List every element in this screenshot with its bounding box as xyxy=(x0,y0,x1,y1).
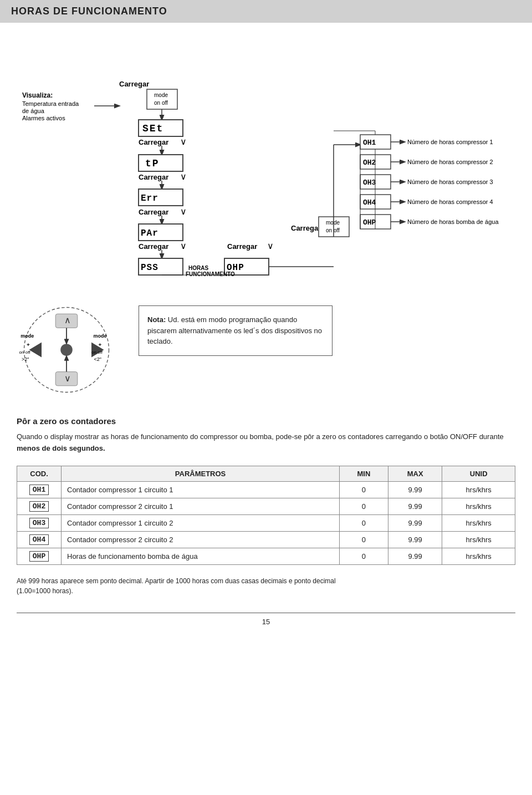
svg-text:OHP: OHP xyxy=(363,218,376,227)
svg-text:∧: ∧ xyxy=(64,315,71,325)
svg-text:∨: ∨ xyxy=(180,241,187,251)
table-cell-max: 9.99 xyxy=(388,548,442,564)
svg-text:mode: mode xyxy=(94,333,107,339)
page-footer: 15 xyxy=(17,613,515,630)
table-cell-unid: hrs/khrs xyxy=(442,548,515,564)
table-cell-unid: hrs/khrs xyxy=(442,481,515,498)
page-header: HORAS DE FUNCIONAMENTO xyxy=(0,0,532,23)
col-header-unid: UNID xyxy=(442,466,515,481)
svg-text:FUNCIONAMENTO: FUNCIONAMENTO xyxy=(186,271,235,277)
svg-text:Err: Err xyxy=(141,193,158,203)
svg-text:Número de horas bomba de água: Número de horas bomba de água xyxy=(407,218,499,225)
svg-text:Número de horas  compressor 3: Número de horas compressor 3 xyxy=(407,179,493,185)
table-cell-min: 0 xyxy=(340,514,388,531)
section-heading: Pôr a zero os contadores xyxy=(17,416,515,426)
svg-text:de água: de água xyxy=(22,108,45,114)
svg-text:HORAS: HORAS xyxy=(188,265,208,271)
body-text-bold: menos de dois segundos. xyxy=(17,444,105,452)
nota-text: Ud. está em modo programação quando pisc… xyxy=(147,315,322,345)
svg-text:Carregar: Carregar xyxy=(139,138,168,146)
svg-text:Carregar: Carregar xyxy=(139,208,168,216)
svg-text:∨: ∨ xyxy=(267,241,274,251)
table-row: OH1Contador compressor 1 circuito 109.99… xyxy=(17,481,515,498)
svg-text:∨: ∨ xyxy=(180,137,187,146)
table-header-row: COD. PARÂMETROS MIN MAX UNID xyxy=(17,466,515,481)
nota-box: Nota: Ud. está em modo programação quand… xyxy=(139,305,332,356)
svg-text:Número de horas  compressor 2: Número de horas compressor 2 xyxy=(407,159,493,165)
table-cell-param: Contador compressor 1 circuito 1 xyxy=(62,481,340,498)
svg-text:on off: on off xyxy=(19,350,31,355)
svg-text:+: + xyxy=(27,342,30,348)
table-cell-max: 9.99 xyxy=(388,514,442,531)
table-cell-param: Contador compressor 2 circuito 2 xyxy=(62,531,340,548)
page-number: 15 xyxy=(262,618,270,626)
col-header-params: PARÂMETROS xyxy=(62,466,340,481)
svg-text:∨: ∨ xyxy=(180,172,187,181)
table-cell-cod: OH2 xyxy=(17,498,62,514)
svg-text:OH4: OH4 xyxy=(363,198,376,207)
svg-text:>2": >2" xyxy=(22,356,29,362)
table-cell-param: Contador compressor 1 circuito 2 xyxy=(62,514,340,531)
svg-text:mode: mode xyxy=(154,92,168,98)
table-row: OH3Contador compressor 1 circuito 209.99… xyxy=(17,514,515,531)
table-cell-param: Contador compressor 2 circuito 1 xyxy=(62,498,340,514)
col-header-max: MAX xyxy=(388,466,442,481)
table-cell-max: 9.99 xyxy=(388,531,442,548)
table-cell-max: 9.99 xyxy=(388,498,442,514)
table-cell-min: 0 xyxy=(340,531,388,548)
svg-text:∨: ∨ xyxy=(180,207,187,216)
svg-text:<2": <2" xyxy=(94,356,101,362)
svg-text:Carregar: Carregar xyxy=(139,173,168,181)
table-row: OH4Contador compressor 2 circuito 209.99… xyxy=(17,531,515,548)
table-cell-cod: OHP xyxy=(17,548,62,564)
svg-text:on off: on off xyxy=(326,227,340,233)
table-cell-unid: hrs/khrs xyxy=(442,514,515,531)
svg-text:tP: tP xyxy=(145,158,160,169)
table-cell-min: 0 xyxy=(340,498,388,514)
col-header-cod: COD. xyxy=(17,466,62,481)
table-cell-cod: OH3 xyxy=(17,514,62,531)
page-title: HORAS DE FUNCIONAMENTO xyxy=(11,6,167,17)
footer-text-2: (1.00=1000 horas). xyxy=(17,586,515,596)
svg-text:Alarmes activos: Alarmes activos xyxy=(22,115,65,121)
svg-text:Carregar: Carregar xyxy=(139,242,168,251)
footer-text-1: Até 999 horas aparece sem ponto decimal.… xyxy=(17,576,515,586)
table-cell-cod: OH4 xyxy=(17,531,62,548)
svg-text:PSS: PSS xyxy=(141,263,158,273)
svg-text:OH1: OH1 xyxy=(363,139,376,147)
svg-text:∨: ∨ xyxy=(64,373,71,383)
table-row: OH2Contador compressor 2 circuito 109.99… xyxy=(17,498,515,514)
svg-text:OH2: OH2 xyxy=(363,159,376,167)
nav-circle-svg: ∧ ∨ mode + on off >2" mode + on off <2" xyxy=(17,300,116,400)
table-cell-unid: hrs/khrs xyxy=(442,531,515,548)
svg-text:PAr: PAr xyxy=(141,228,158,238)
svg-text:Carregar: Carregar xyxy=(227,242,257,251)
visualiza-label: Visualiza: xyxy=(22,91,53,99)
svg-text:+: + xyxy=(99,342,102,348)
svg-text:on off: on off xyxy=(91,350,103,355)
table-cell-min: 0 xyxy=(340,548,388,564)
flow-svg: Visualiza: Temperatura entrada de água A… xyxy=(17,34,515,278)
table-cell-max: 9.99 xyxy=(388,481,442,498)
svg-text:Número de horas  compressor 1: Número de horas compressor 1 xyxy=(407,139,493,145)
body-text-1: Quando o display mostrar as horas de fun… xyxy=(17,432,504,441)
main-content: Visualiza: Temperatura entrada de água A… xyxy=(0,23,532,607)
table-cell-min: 0 xyxy=(340,481,388,498)
svg-text:mode: mode xyxy=(326,220,340,226)
table-cell-unid: hrs/khrs xyxy=(442,498,515,514)
nota-label: Nota: Ud. está em modo programação quand… xyxy=(147,315,322,345)
flow-diagram: Visualiza: Temperatura entrada de água A… xyxy=(17,34,515,289)
params-table: COD. PARÂMETROS MIN MAX UNID OH1Contador… xyxy=(17,466,515,565)
table-cell-cod: OH1 xyxy=(17,481,62,498)
svg-text:Temperatura entrada: Temperatura entrada xyxy=(22,100,79,107)
svg-text:mode: mode xyxy=(21,333,34,339)
col-header-min: MIN xyxy=(340,466,388,481)
table-cell-param: Horas de funcionamento bomba de água xyxy=(62,548,340,564)
table-row: OHPHoras de funcionamento bomba de água0… xyxy=(17,548,515,564)
svg-text:Carregar: Carregar xyxy=(291,224,321,232)
nav-circle-section: ∧ ∨ mode + on off >2" mode + on off <2" xyxy=(17,300,515,400)
svg-text:Número de horas  compressor 4: Número de horas compressor 4 xyxy=(407,198,493,205)
svg-text:OH3: OH3 xyxy=(363,179,376,187)
table-body: OH1Contador compressor 1 circuito 109.99… xyxy=(17,481,515,564)
svg-point-73 xyxy=(60,344,73,356)
